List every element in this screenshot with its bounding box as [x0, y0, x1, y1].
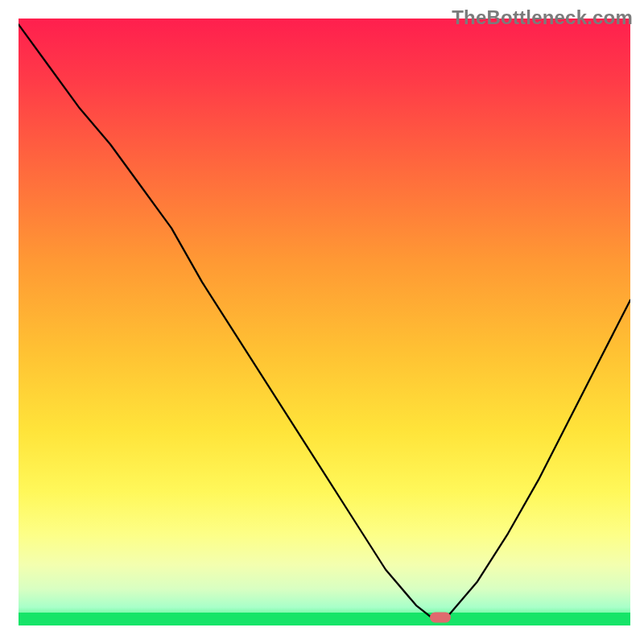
chart-curve — [19, 19, 630, 625]
optimal-marker — [430, 613, 451, 623]
watermark-text: TheBottleneck.com — [452, 6, 633, 29]
chart-plot-area — [19, 19, 630, 625]
bottleneck-curve-path — [19, 24, 630, 617]
